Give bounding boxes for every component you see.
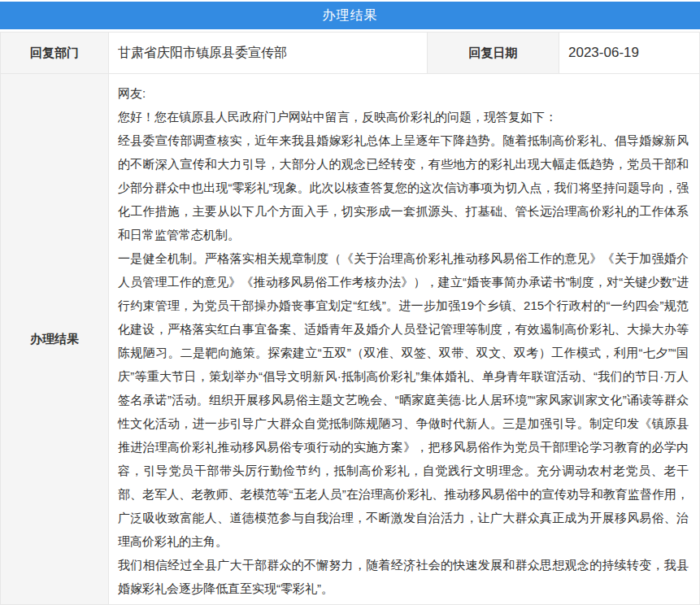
reply-date-value-text: 2023-06-19 [568, 45, 639, 61]
result-paragraph: 一是健全机制。严格落实相关规章制度（《关于治理高价彩礼推动移风易俗工作的意见》《… [118, 246, 689, 553]
result-paragraph: 网友: [118, 81, 689, 105]
reply-dept-label: 回复部门 [1, 33, 108, 73]
result-paragraph: 我们相信经过全县广大干部群众的不懈努力，随着经济社会的快速发展和群众思想观念的持… [118, 553, 689, 600]
reply-date-label-text: 回复日期 [469, 46, 518, 61]
result-content: 网友:您好！您在镇原县人民政府门户网站中留言，反映高价彩礼的问题，现答复如下：经… [109, 74, 699, 604]
result-header-bar: 办理结果 [0, 2, 700, 29]
result-paragraph: 感谢您对我们工作的关心和支持，欢迎您继续提出宝贵意见和建议。 [118, 600, 689, 604]
reply-date-value: 2023-06-19 [559, 33, 699, 73]
reply-page: 办理结果 回复部门 甘肃省庆阳市镇原县委宣传部 回复日期 2023-06-19 … [0, 0, 700, 605]
page-title: 办理结果 [323, 7, 378, 24]
reply-dept-value-text: 甘肃省庆阳市镇原县委宣传部 [118, 45, 287, 62]
result-table: 回复部门 甘肃省庆阳市镇原县委宣传部 回复日期 2023-06-19 办理结果 … [0, 32, 700, 605]
result-paragraph: 经县委宣传部调查核实，近年来我县婚嫁彩礼总体上呈逐年下降趋势。随着抵制高价彩礼、… [118, 128, 689, 246]
reply-date-label: 回复日期 [428, 33, 559, 73]
result-paragraph: 您好！您在镇原县人民政府门户网站中留言，反映高价彩礼的问题，现答复如下： [118, 105, 689, 128]
reply-dept-value: 甘肃省庆阳市镇原县委宣传部 [109, 33, 427, 73]
result-label-text: 办理结果 [30, 332, 79, 347]
reply-dept-label-text: 回复部门 [30, 46, 79, 61]
result-label: 办理结果 [1, 74, 108, 604]
